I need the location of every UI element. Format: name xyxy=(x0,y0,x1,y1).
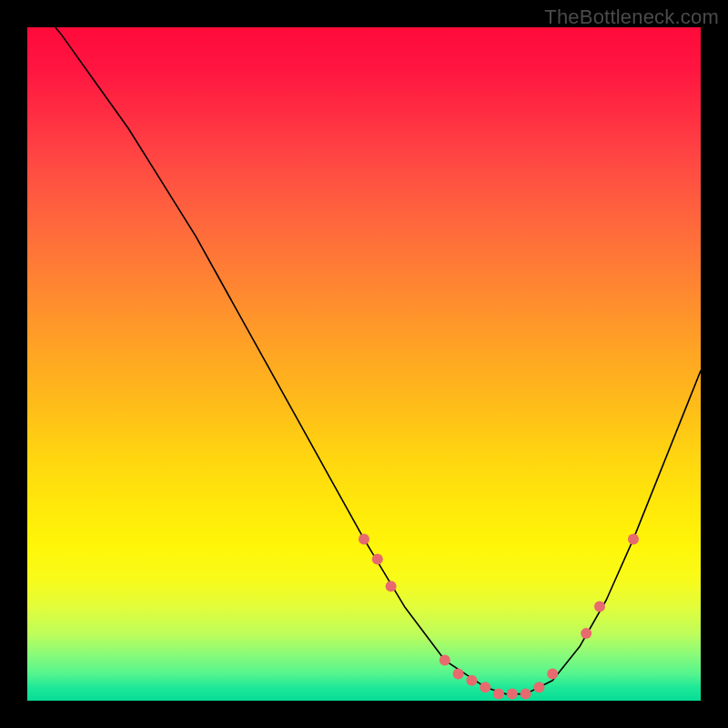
watermark-label: TheBottleneck.com xyxy=(544,5,719,29)
marker-dot xyxy=(359,533,369,544)
marker-dot xyxy=(372,554,383,565)
marker-dot xyxy=(386,581,397,592)
chart-overlay xyxy=(27,27,701,701)
marker-dot xyxy=(628,533,639,544)
plot-area xyxy=(27,27,701,701)
marker-dot xyxy=(440,655,450,666)
marker-dot xyxy=(547,668,558,679)
marker-dot xyxy=(507,689,518,700)
chart-frame: TheBottleneck.com xyxy=(0,0,728,728)
bottleneck-curve xyxy=(27,27,701,694)
marker-dot xyxy=(533,682,544,693)
marker-dot xyxy=(594,601,605,612)
marker-dot xyxy=(480,682,490,693)
marker-dot xyxy=(466,675,477,686)
marker-dot xyxy=(581,628,592,639)
marker-dot xyxy=(453,668,464,679)
marker-dot xyxy=(521,689,531,700)
marker-dot xyxy=(493,689,504,700)
